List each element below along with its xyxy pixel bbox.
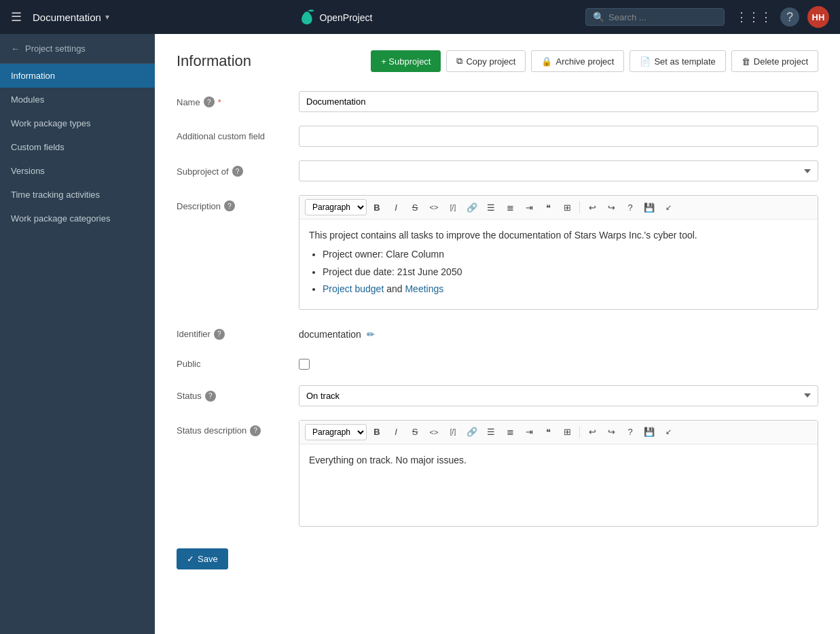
sd-bold-button[interactable]: B	[368, 423, 386, 441]
public-label: Public	[177, 353, 299, 369]
sd-link-button[interactable]: 🔗	[463, 423, 481, 441]
status-description-editor: Paragraph B I S <> [/] 🔗 ☰ ≣ ⇥ ❝	[299, 420, 818, 527]
sidebar-item-custom-fields[interactable]: Custom fields	[0, 135, 155, 159]
numbered-list-button[interactable]: ≣	[501, 198, 519, 216]
sidebar-resize-handle[interactable]	[152, 34, 155, 634]
user-avatar[interactable]: HH	[807, 6, 829, 28]
sd-strikethrough-button[interactable]: S	[406, 423, 424, 441]
sd-indent-button[interactable]: ⇥	[520, 423, 538, 441]
sd-table-button[interactable]: ⊞	[558, 423, 576, 441]
sd-code-button[interactable]: <>	[425, 423, 443, 441]
strikethrough-button[interactable]: S	[406, 198, 424, 216]
indent-button[interactable]: ⇥	[520, 198, 538, 216]
identifier-help-icon[interactable]: ?	[214, 329, 225, 340]
sd-save-html-button[interactable]: 💾	[640, 423, 658, 441]
status-description-help-icon[interactable]: ?	[250, 425, 261, 436]
description-list-item-2: Project due date: 21st June 2050	[323, 264, 808, 279]
save-html-icon: 💾	[644, 202, 655, 213]
sd-undo-icon: ↩	[589, 427, 596, 437]
status-select[interactable]: On track At risk Off track	[299, 385, 818, 406]
subproject-button[interactable]: + Subproject	[371, 50, 441, 72]
link-icon: 🔗	[467, 202, 477, 213]
save-html-button[interactable]: 💾	[640, 198, 658, 216]
hamburger-menu-icon[interactable]: ☰	[11, 10, 22, 24]
set-as-template-button[interactable]: 📄 Set as template	[629, 50, 725, 72]
sd-redo-button[interactable]: ↪	[602, 423, 620, 441]
status-label-text: Status	[177, 391, 202, 401]
sd-redo-icon: ↪	[608, 427, 615, 437]
search-bar[interactable]: 🔍	[585, 8, 725, 26]
sd-inline-code-button[interactable]: [/]	[444, 423, 462, 441]
sd-italic-button[interactable]: I	[387, 423, 405, 441]
archive-project-label: Archive project	[555, 56, 614, 67]
sd-link-icon: 🔗	[467, 427, 477, 437]
sidebar-item-modules[interactable]: Modules	[0, 88, 155, 111]
status-desc-paragraph-select[interactable]: Paragraph	[305, 424, 367, 440]
description-content[interactable]: This project contains all tasks to impro…	[299, 219, 818, 309]
status-description-toolbar: Paragraph B I S <> [/] 🔗 ☰ ≣ ⇥ ❝	[299, 421, 818, 444]
name-label: Name ? *	[177, 91, 299, 107]
project-name-nav[interactable]: Documentation ▾	[33, 12, 109, 23]
sd-undo-button[interactable]: ↩	[583, 423, 601, 441]
back-arrow-icon: ←	[11, 43, 20, 54]
identifier-row: Identifier ? documentation ✏	[177, 323, 818, 340]
link-button[interactable]: 🔗	[463, 198, 481, 216]
name-help-icon[interactable]: ?	[204, 96, 215, 107]
sd-numbered-list-button[interactable]: ≣	[501, 423, 519, 441]
bullet-list-button[interactable]: ☰	[482, 198, 500, 216]
status-help-icon[interactable]: ?	[205, 391, 216, 402]
additional-custom-field-input[interactable]	[299, 126, 818, 147]
sidebar-item-information[interactable]: Information	[0, 64, 155, 88]
identifier-label-text: Identifier	[177, 329, 211, 339]
blockquote-button[interactable]: ❝	[539, 198, 557, 216]
modules-grid-icon[interactable]: ⋮⋮⋮	[735, 10, 772, 24]
redo-button[interactable]: ↪	[602, 198, 620, 216]
project-name-text: Documentation	[33, 12, 101, 23]
project-chevron-icon: ▾	[105, 12, 109, 22]
description-help-icon[interactable]: ?	[224, 200, 235, 211]
copy-project-button[interactable]: ⧉ Copy project	[446, 50, 526, 72]
help-icon[interactable]: ?	[780, 7, 799, 27]
meetings-link[interactable]: Meetings	[405, 283, 443, 294]
toolbar-separator-1	[579, 201, 580, 213]
sidebar-section-title: Project settings	[25, 43, 86, 54]
additional-custom-field-wrap	[299, 126, 818, 147]
name-input[interactable]	[299, 91, 818, 112]
paragraph-style-select[interactable]: Paragraph	[305, 199, 367, 215]
inline-code-button[interactable]: [/]	[444, 198, 462, 216]
sidebar-item-versions[interactable]: Versions	[0, 159, 155, 183]
sidebar-item-time-tracking-activities[interactable]: Time tracking activities	[0, 183, 155, 207]
description-label-text: Description	[177, 201, 221, 211]
subproject-help-icon[interactable]: ?	[232, 166, 243, 177]
sidebar-item-work-package-types[interactable]: Work package types	[0, 111, 155, 135]
search-input[interactable]	[608, 12, 717, 22]
additional-custom-field-row: Additional custom field	[177, 126, 818, 147]
delete-project-button[interactable]: 🗑 Delete project	[731, 50, 818, 72]
project-budget-link[interactable]: Project budget	[323, 283, 384, 294]
sd-blockquote-button[interactable]: ❝	[539, 423, 557, 441]
bold-button[interactable]: B	[368, 198, 386, 216]
archive-project-button[interactable]: 🔒 Archive project	[531, 50, 624, 72]
search-icon: 🔍	[593, 12, 604, 22]
code-button[interactable]: <>	[425, 198, 443, 216]
cancel-edit-button[interactable]: ↙	[659, 198, 677, 216]
save-button[interactable]: ✓ Save	[177, 548, 228, 569]
sd-save-html-icon: 💾	[644, 427, 655, 437]
description-editor: Paragraph B I S <> [/] 🔗 ☰ ≣ ⇥ ❝	[299, 195, 818, 310]
sidebar-back-button[interactable]: ← Project settings	[0, 34, 155, 64]
sd-bullet-list-button[interactable]: ☰	[482, 423, 500, 441]
table-button[interactable]: ⊞	[558, 198, 576, 216]
sidebar-item-work-package-categories[interactable]: Work package categories	[0, 207, 155, 230]
editor-help-button[interactable]: ?	[621, 198, 639, 216]
editor-help-icon: ?	[627, 202, 632, 213]
table-icon: ⊞	[564, 202, 571, 213]
status-description-content[interactable]: Everything on track. No major issues.	[299, 444, 818, 526]
italic-button[interactable]: I	[387, 198, 405, 216]
undo-button[interactable]: ↩	[583, 198, 601, 216]
public-checkbox[interactable]	[299, 359, 310, 370]
subproject-of-select[interactable]	[299, 160, 818, 181]
sd-editor-help-button[interactable]: ?	[621, 423, 639, 441]
sd-cancel-edit-button[interactable]: ↙	[659, 423, 677, 441]
identifier-edit-icon[interactable]: ✏	[367, 329, 375, 340]
status-description-label: Status description ?	[177, 420, 299, 436]
